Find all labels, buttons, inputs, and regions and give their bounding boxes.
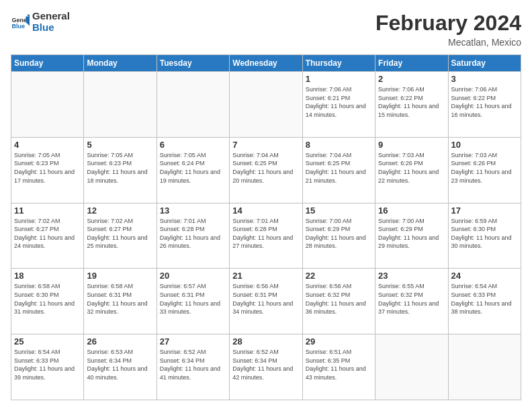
day-info: Sunrise: 6:59 AM Sunset: 6:30 PM Dayligh… bbox=[451, 217, 518, 250]
calendar-cell: 23Sunrise: 6:55 AM Sunset: 6:32 PM Dayli… bbox=[375, 269, 448, 334]
calendar-cell: 13Sunrise: 7:01 AM Sunset: 6:28 PM Dayli… bbox=[157, 203, 229, 269]
day-number: 26 bbox=[87, 336, 153, 347]
calendar-cell: 29Sunrise: 6:51 AM Sunset: 6:35 PM Dayli… bbox=[302, 334, 375, 400]
day-number: 11 bbox=[14, 205, 81, 216]
calendar-cell: 12Sunrise: 7:02 AM Sunset: 6:27 PM Dayli… bbox=[84, 203, 157, 269]
title-block: February 2024 Mecatlan, Mexico bbox=[375, 11, 521, 48]
day-info: Sunrise: 6:54 AM Sunset: 6:33 PM Dayligh… bbox=[14, 348, 81, 381]
calendar-cell bbox=[448, 334, 521, 400]
calendar-cell: 15Sunrise: 7:00 AM Sunset: 6:29 PM Dayli… bbox=[302, 203, 375, 269]
day-number: 28 bbox=[232, 336, 299, 347]
calendar-cell: 27Sunrise: 6:52 AM Sunset: 6:34 PM Dayli… bbox=[157, 334, 229, 400]
day-info: Sunrise: 6:53 AM Sunset: 6:34 PM Dayligh… bbox=[87, 348, 153, 381]
weekday-header-sunday: Sunday bbox=[11, 55, 84, 72]
weekday-header-friday: Friday bbox=[375, 55, 448, 72]
day-number: 7 bbox=[232, 140, 299, 150]
day-number: 15 bbox=[306, 205, 372, 216]
calendar-cell bbox=[11, 72, 84, 138]
day-number: 2 bbox=[378, 74, 445, 84]
day-number: 17 bbox=[451, 205, 518, 216]
calendar-cell: 4Sunrise: 7:05 AM Sunset: 6:23 PM Daylig… bbox=[11, 137, 84, 203]
day-number: 3 bbox=[451, 74, 518, 84]
calendar-cell: 1Sunrise: 7:06 AM Sunset: 6:21 PM Daylig… bbox=[302, 72, 375, 138]
logo-icon: General Blue bbox=[11, 13, 30, 32]
day-info: Sunrise: 7:04 AM Sunset: 6:25 PM Dayligh… bbox=[232, 151, 299, 185]
day-info: Sunrise: 6:56 AM Sunset: 6:31 PM Dayligh… bbox=[232, 282, 299, 316]
calendar-cell: 28Sunrise: 6:52 AM Sunset: 6:34 PM Dayli… bbox=[230, 334, 302, 400]
day-number: 29 bbox=[306, 336, 372, 347]
day-info: Sunrise: 7:03 AM Sunset: 6:26 PM Dayligh… bbox=[451, 151, 518, 185]
calendar-cell: 24Sunrise: 6:54 AM Sunset: 6:33 PM Dayli… bbox=[448, 269, 521, 334]
weekday-header-tuesday: Tuesday bbox=[157, 55, 229, 72]
day-info: Sunrise: 6:55 AM Sunset: 6:32 PM Dayligh… bbox=[378, 282, 445, 316]
day-info: Sunrise: 7:06 AM Sunset: 6:22 PM Dayligh… bbox=[451, 85, 518, 119]
day-info: Sunrise: 7:05 AM Sunset: 6:24 PM Dayligh… bbox=[160, 151, 226, 185]
weekday-header-thursday: Thursday bbox=[302, 55, 375, 72]
calendar-cell: 8Sunrise: 7:04 AM Sunset: 6:25 PM Daylig… bbox=[302, 137, 375, 203]
calendar-cell: 20Sunrise: 6:57 AM Sunset: 6:31 PM Dayli… bbox=[157, 269, 229, 334]
day-number: 10 bbox=[451, 140, 518, 150]
calendar-table: SundayMondayTuesdayWednesdayThursdayFrid… bbox=[11, 54, 521, 400]
calendar-cell: 26Sunrise: 6:53 AM Sunset: 6:34 PM Dayli… bbox=[84, 334, 157, 400]
day-info: Sunrise: 7:02 AM Sunset: 6:27 PM Dayligh… bbox=[87, 217, 153, 250]
weekday-header-wednesday: Wednesday bbox=[230, 55, 302, 72]
day-info: Sunrise: 7:00 AM Sunset: 6:29 PM Dayligh… bbox=[306, 217, 372, 250]
day-number: 23 bbox=[378, 271, 445, 281]
day-info: Sunrise: 6:57 AM Sunset: 6:31 PM Dayligh… bbox=[160, 282, 226, 316]
weekday-header-saturday: Saturday bbox=[448, 55, 521, 72]
calendar-cell bbox=[375, 334, 448, 400]
day-number: 16 bbox=[378, 205, 445, 216]
day-number: 22 bbox=[306, 271, 372, 281]
calendar-week-1: 4Sunrise: 7:05 AM Sunset: 6:23 PM Daylig… bbox=[11, 137, 521, 203]
calendar-cell: 6Sunrise: 7:05 AM Sunset: 6:24 PM Daylig… bbox=[157, 137, 229, 203]
day-number: 24 bbox=[451, 271, 518, 281]
calendar-cell: 11Sunrise: 7:02 AM Sunset: 6:27 PM Dayli… bbox=[11, 203, 84, 269]
day-info: Sunrise: 6:51 AM Sunset: 6:35 PM Dayligh… bbox=[306, 348, 372, 381]
day-number: 12 bbox=[87, 205, 153, 216]
calendar-cell bbox=[157, 72, 229, 138]
calendar-header: General Blue General Blue February 2024 … bbox=[11, 11, 521, 48]
day-number: 27 bbox=[160, 336, 226, 347]
calendar-week-0: 1Sunrise: 7:06 AM Sunset: 6:21 PM Daylig… bbox=[11, 72, 521, 138]
calendar-cell bbox=[230, 72, 302, 138]
day-info: Sunrise: 7:02 AM Sunset: 6:27 PM Dayligh… bbox=[14, 217, 81, 250]
day-info: Sunrise: 6:56 AM Sunset: 6:32 PM Dayligh… bbox=[306, 282, 372, 316]
day-info: Sunrise: 7:06 AM Sunset: 6:21 PM Dayligh… bbox=[306, 85, 372, 119]
calendar-cell: 3Sunrise: 7:06 AM Sunset: 6:22 PM Daylig… bbox=[448, 72, 521, 138]
weekday-header-row: SundayMondayTuesdayWednesdayThursdayFrid… bbox=[11, 55, 521, 72]
day-info: Sunrise: 7:06 AM Sunset: 6:22 PM Dayligh… bbox=[378, 85, 445, 119]
day-number: 13 bbox=[160, 205, 226, 216]
day-number: 14 bbox=[232, 205, 299, 216]
day-info: Sunrise: 7:01 AM Sunset: 6:28 PM Dayligh… bbox=[232, 217, 299, 250]
svg-text:Blue: Blue bbox=[11, 23, 25, 30]
calendar-page: General Blue General Blue February 2024 … bbox=[0, 0, 532, 411]
calendar-cell: 7Sunrise: 7:04 AM Sunset: 6:25 PM Daylig… bbox=[230, 137, 302, 203]
day-info: Sunrise: 6:58 AM Sunset: 6:30 PM Dayligh… bbox=[14, 282, 81, 316]
svg-marker-2 bbox=[26, 16, 30, 26]
calendar-cell: 14Sunrise: 7:01 AM Sunset: 6:28 PM Dayli… bbox=[230, 203, 302, 269]
calendar-title: February 2024 bbox=[375, 11, 521, 36]
logo-text-blue: Blue bbox=[32, 22, 70, 34]
day-number: 9 bbox=[378, 140, 445, 150]
calendar-cell: 9Sunrise: 7:03 AM Sunset: 6:26 PM Daylig… bbox=[375, 137, 448, 203]
calendar-cell: 21Sunrise: 6:56 AM Sunset: 6:31 PM Dayli… bbox=[230, 269, 302, 334]
day-number: 6 bbox=[160, 140, 226, 150]
calendar-subtitle: Mecatlan, Mexico bbox=[375, 37, 521, 48]
calendar-cell: 10Sunrise: 7:03 AM Sunset: 6:26 PM Dayli… bbox=[448, 137, 521, 203]
day-info: Sunrise: 7:00 AM Sunset: 6:29 PM Dayligh… bbox=[378, 217, 445, 250]
calendar-cell bbox=[84, 72, 157, 138]
calendar-week-4: 25Sunrise: 6:54 AM Sunset: 6:33 PM Dayli… bbox=[11, 334, 521, 400]
day-number: 4 bbox=[14, 140, 81, 150]
day-info: Sunrise: 7:05 AM Sunset: 6:23 PM Dayligh… bbox=[87, 151, 153, 185]
logo-text-general: General bbox=[32, 11, 70, 22]
day-info: Sunrise: 6:52 AM Sunset: 6:34 PM Dayligh… bbox=[160, 348, 226, 381]
day-number: 20 bbox=[160, 271, 226, 281]
calendar-week-2: 11Sunrise: 7:02 AM Sunset: 6:27 PM Dayli… bbox=[11, 203, 521, 269]
day-number: 18 bbox=[14, 271, 81, 281]
day-number: 8 bbox=[306, 140, 372, 150]
day-number: 19 bbox=[87, 271, 153, 281]
calendar-week-3: 18Sunrise: 6:58 AM Sunset: 6:30 PM Dayli… bbox=[11, 269, 521, 334]
calendar-cell: 25Sunrise: 6:54 AM Sunset: 6:33 PM Dayli… bbox=[11, 334, 84, 400]
calendar-cell: 22Sunrise: 6:56 AM Sunset: 6:32 PM Dayli… bbox=[302, 269, 375, 334]
logo: General Blue General Blue bbox=[11, 11, 70, 33]
